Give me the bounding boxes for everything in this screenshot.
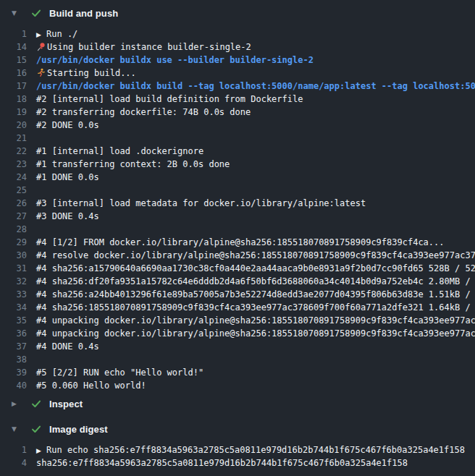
line-number[interactable]: 28 (0, 223, 27, 236)
chevron-right-icon[interactable]: ▶ (12, 401, 19, 407)
log-line: 20#2 DONE 0.0s (0, 119, 475, 132)
log-line: 4sha256:e7ff8834a5963a2785c5a0811e979d16… (0, 456, 475, 469)
line-number[interactable]: 19 (0, 106, 27, 119)
log-line: 15/usr/bin/docker buildx use --builder b… (0, 54, 475, 67)
log-text-content: #3 [internal] load metadata for docker.i… (36, 198, 366, 208)
line-number[interactable]: 26 (0, 197, 27, 210)
log-line: 28 (0, 223, 475, 236)
log-line: 27#3 DONE 0.4s (0, 210, 475, 223)
log-line: 29#4 [1/2] FROM docker.io/library/alpine… (0, 236, 475, 249)
log-text-content: #2 DONE 0.0s (36, 120, 99, 130)
section-log-body: 1▶Run echo sha256:e7ff8834a5963a2785c5a0… (0, 439, 475, 471)
line-number[interactable]: 32 (0, 275, 27, 288)
log-text: #4 sha256:185518070891758909c9f839cf4ca3… (27, 301, 475, 314)
log-text-content: #4 [1/2] FROM docker.io/library/alpine@s… (36, 237, 445, 247)
log-text: Starting build... (27, 67, 475, 80)
log-text: #1 DONE 0.0s (27, 171, 475, 184)
line-number[interactable]: 33 (0, 288, 27, 301)
line-number[interactable]: 24 (0, 171, 27, 184)
log-text: sha256:e7ff8834a5963a2785c5a0811e979d16b… (27, 456, 475, 469)
log-line: 1▶Run echo sha256:e7ff8834a5963a2785c5a0… (0, 443, 475, 456)
line-number[interactable]: 1 (0, 443, 27, 456)
line-number[interactable]: 21 (0, 132, 27, 145)
log-line: 34#4 sha256:185518070891758909c9f839cf4c… (0, 301, 475, 314)
log-text: #4 [1/2] FROM docker.io/library/alpine@s… (27, 236, 475, 249)
log-text-content: /usr/bin/docker buildx use --builder bui… (36, 55, 314, 65)
group-expand-icon[interactable]: ▶ (36, 444, 46, 456)
log-text-content: #5 0.060 Hello world! (36, 381, 146, 391)
line-number[interactable]: 29 (0, 236, 27, 249)
log-line: 31#4 sha256:a15790640a6690aa1730c38cf0a4… (0, 262, 475, 275)
log-text-content: #4 sha256:a24bb4013296f61e89ba57005a7b3e… (36, 289, 475, 299)
log-text-content: #4 unpacking docker.io/library/alpine@sh… (36, 315, 475, 326)
line-number[interactable]: 16 (0, 67, 27, 80)
line-number[interactable]: 25 (0, 184, 27, 197)
log-text: #1 [internal] load .dockerignore (27, 145, 475, 158)
log-text: ▶Run ./ (27, 27, 475, 41)
line-number[interactable]: 20 (0, 119, 27, 132)
log-text: #4 sha256:a15790640a6690aa1730c38cf0a440… (27, 262, 475, 275)
check-success-icon (30, 398, 42, 409)
line-number[interactable]: 35 (0, 314, 27, 327)
section-header-inspect[interactable]: ▶Inspect (0, 394, 475, 414)
section-header-image-digest[interactable]: ▼Image digest (0, 419, 475, 439)
line-number[interactable]: 38 (0, 353, 27, 366)
group-expand-icon[interactable]: ▶ (36, 28, 46, 41)
line-number[interactable]: 27 (0, 210, 27, 223)
line-number[interactable]: 1 (0, 27, 27, 41)
line-number[interactable]: 30 (0, 249, 27, 262)
log-line: 35#4 unpacking docker.io/library/alpine@… (0, 314, 475, 327)
log-text (27, 132, 475, 145)
log-text: #4 resolve docker.io/library/alpine@sha2… (27, 249, 475, 262)
log-line: 32#4 sha256:df20fa9351a15782c64e6dddb2d4… (0, 275, 475, 288)
log-command-text: /usr/bin/docker buildx build --tag local… (27, 80, 475, 93)
line-number[interactable]: 37 (0, 340, 27, 353)
log-text (27, 184, 475, 197)
log-text-content: #4 sha256:a15790640a6690aa1730c38cf0a440… (36, 263, 475, 273)
log-line: 36#4 unpacking docker.io/library/alpine@… (0, 327, 475, 340)
line-number[interactable]: 39 (0, 366, 27, 379)
log-text-content: #2 transferring dockerfile: 74B 0.0s don… (36, 107, 251, 117)
log-text: #2 DONE 0.0s (27, 119, 475, 132)
chevron-down-icon[interactable]: ▼ (12, 10, 19, 17)
line-number[interactable]: 34 (0, 301, 27, 314)
log-line: 25 (0, 184, 475, 197)
log-text-content: sha256:e7ff8834a5963a2785c5a0811e979d16b… (36, 458, 408, 468)
log-section-inspect: ▶Inspect (0, 394, 475, 414)
line-number[interactable]: 40 (0, 379, 27, 392)
log-text: #4 unpacking docker.io/library/alpine@sh… (27, 327, 475, 340)
line-number[interactable]: 22 (0, 145, 27, 158)
log-line: 33#4 sha256:a24bb4013296f61e89ba57005a7b… (0, 288, 475, 301)
log-text-content: Starting build... (47, 68, 136, 78)
line-number[interactable]: 4 (0, 456, 27, 469)
log-text-content: Run ./ (46, 29, 77, 39)
log-line: 19#2 transferring dockerfile: 74B 0.0s d… (0, 106, 475, 119)
line-number[interactable]: 15 (0, 54, 27, 67)
chevron-down-icon[interactable]: ▼ (12, 426, 19, 433)
log-text-content: #4 sha256:df20fa9351a15782c64e6dddb2d4a6… (36, 276, 475, 286)
line-number[interactable]: 14 (0, 41, 27, 54)
log-line: 40#5 0.060 Hello world! (0, 379, 475, 392)
log-text: ▶Run echo sha256:e7ff8834a5963a2785c5a08… (27, 443, 475, 456)
line-number[interactable]: 18 (0, 93, 27, 106)
check-success-icon (30, 423, 42, 435)
line-number[interactable]: 17 (0, 80, 27, 93)
log-text: #3 [internal] load metadata for docker.i… (27, 197, 475, 210)
log-text-content: #1 [internal] load .dockerignore (36, 146, 203, 156)
line-number[interactable]: 36 (0, 327, 27, 340)
log-text-content: /usr/bin/docker buildx build --tag local… (36, 81, 475, 91)
actions-log-panel: ▼Build and push1▶Run ./14Using builder i… (0, 0, 475, 476)
check-success-icon (30, 7, 42, 19)
log-text-content: #3 DONE 0.4s (36, 211, 99, 221)
line-number[interactable]: 23 (0, 158, 27, 171)
log-line: 17/usr/bin/docker buildx build --tag loc… (0, 80, 475, 93)
log-line: 21 (0, 132, 475, 145)
line-number[interactable]: 31 (0, 262, 27, 275)
log-text: #4 sha256:df20fa9351a15782c64e6dddb2d4a6… (27, 275, 475, 288)
log-text-content: #2 [internal] load build definition from… (36, 94, 303, 104)
log-section-image-digest: ▼Image digest1▶Run echo sha256:e7ff8834a… (0, 419, 475, 471)
log-text: Using builder instance builder-single-2 (27, 41, 475, 54)
log-text: #2 transferring dockerfile: 74B 0.0s don… (27, 106, 475, 119)
log-text: #4 sha256:a24bb4013296f61e89ba57005a7b3e… (27, 288, 475, 301)
section-header-build-and-push[interactable]: ▼Build and push (0, 3, 475, 23)
